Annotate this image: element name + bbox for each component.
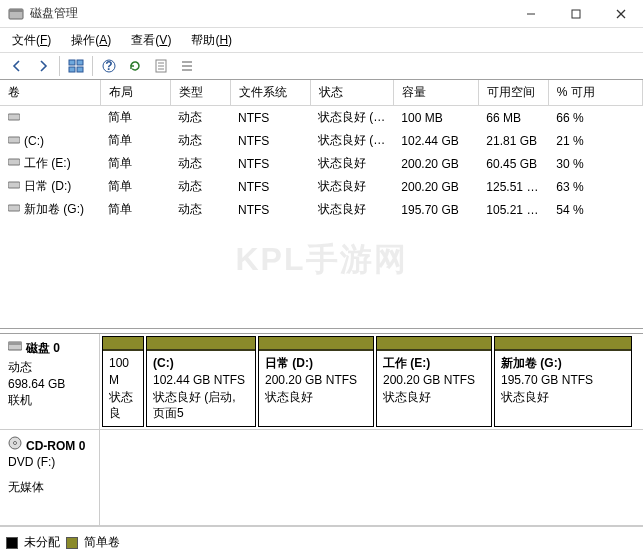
help-button[interactable]: ? (97, 54, 121, 78)
volume-icon (8, 203, 20, 213)
window-title: 磁盘管理 (30, 5, 508, 22)
minimize-button[interactable] (508, 0, 553, 28)
disk-graphic-view: 磁盘 0动态698.64 GB联机100 M状态良(C:)102.44 GB N… (0, 334, 643, 527)
cell-fs: NTFS (230, 198, 310, 221)
table-row[interactable]: 工作 (E:)简单动态NTFS状态良好200.20 GB60.45 GB30 % (0, 152, 643, 175)
partition-size: 102.44 GB NTFS (153, 372, 249, 389)
svg-rect-19 (8, 114, 20, 120)
svg-rect-25 (8, 342, 22, 345)
cell-type: 动态 (170, 175, 230, 198)
partition-header (495, 337, 631, 351)
svg-text:?: ? (105, 59, 112, 73)
partition-status: 状态良好 (启动, 页面5 (153, 389, 249, 423)
col-status[interactable]: 状态 (310, 80, 393, 106)
col-fs[interactable]: 文件系统 (230, 80, 310, 106)
forward-button[interactable] (31, 54, 55, 78)
close-button[interactable] (598, 0, 643, 28)
legend: 未分配 简单卷 (6, 534, 120, 551)
cell-fs: NTFS (230, 152, 310, 175)
legend-label-unallocated: 未分配 (24, 534, 60, 551)
partition-status: 状态良 (109, 389, 137, 423)
table-row[interactable]: 新加卷 (G:)简单动态NTFS状态良好195.70 GB105.21 …54 … (0, 198, 643, 221)
menu-help[interactable]: 帮助(H) (183, 30, 240, 51)
partition-header (259, 337, 373, 351)
disk-row: 磁盘 0动态698.64 GB联机100 M状态良(C:)102.44 GB N… (0, 334, 643, 430)
refresh-button[interactable] (123, 54, 147, 78)
cell-free: 21.81 GB (478, 129, 548, 152)
partition[interactable]: 日常 (D:)200.20 GB NTFS状态良好 (258, 336, 374, 427)
cell-pct: 63 % (548, 175, 642, 198)
col-type[interactable]: 类型 (170, 80, 230, 106)
partition-status: 状态良好 (383, 389, 485, 406)
svg-rect-6 (69, 60, 75, 65)
partition-header (147, 337, 255, 351)
disk-size: 698.64 GB (8, 377, 91, 391)
partition[interactable]: 工作 (E:)200.20 GB NTFS状态良好 (376, 336, 492, 427)
svg-rect-9 (77, 67, 83, 72)
maximize-button[interactable] (553, 0, 598, 28)
cell-type: 动态 (170, 106, 230, 130)
toolbar-separator (92, 56, 93, 76)
col-volume[interactable]: 卷 (0, 80, 100, 106)
partition-size: 100 M (109, 355, 137, 389)
menu-file[interactable]: 文件(F) (4, 30, 59, 51)
cell-layout: 简单 (100, 106, 170, 130)
partition-size: 200.20 GB NTFS (383, 372, 485, 389)
menu-view[interactable]: 查看(V) (123, 30, 179, 51)
table-row[interactable]: 简单动态NTFS状态良好 (…100 MB66 MB66 % (0, 106, 643, 130)
cell-capacity: 200.20 GB (393, 175, 478, 198)
partition[interactable]: 新加卷 (G:)195.70 GB NTFS状态良好 (494, 336, 632, 427)
table-row[interactable]: 日常 (D:)简单动态NTFS状态良好200.20 GB125.51 …63 % (0, 175, 643, 198)
cell-status: 状态良好 (310, 175, 393, 198)
col-layout[interactable]: 布局 (100, 80, 170, 106)
cell-capacity: 200.20 GB (393, 152, 478, 175)
cell-type: 动态 (170, 129, 230, 152)
volume-list: 卷 布局 类型 文件系统 状态 容量 可用空间 % 可用 简单动态NTFS状态良… (0, 80, 643, 328)
cell-free: 125.51 … (478, 175, 548, 198)
cell-free: 66 MB (478, 106, 548, 130)
cell-status: 状态良好 (310, 152, 393, 175)
svg-point-27 (14, 442, 17, 445)
svg-rect-22 (8, 182, 20, 188)
list-button[interactable] (175, 54, 199, 78)
disk-label[interactable]: CD-ROM 0DVD (F:)无媒体 (0, 430, 100, 525)
col-pct[interactable]: % 可用 (548, 80, 642, 106)
volume-name: 日常 (D:) (24, 179, 71, 193)
partition-title: 日常 (D:) (265, 355, 367, 372)
back-button[interactable] (5, 54, 29, 78)
cell-fs: NTFS (230, 106, 310, 130)
volume-icon (8, 112, 20, 122)
col-free[interactable]: 可用空间 (478, 80, 548, 106)
view-options-button[interactable] (64, 54, 88, 78)
svg-rect-7 (77, 60, 83, 65)
partition-status: 状态良好 (265, 389, 367, 406)
partition[interactable]: 100 M状态良 (102, 336, 144, 427)
disk-name: 磁盘 0 (26, 341, 60, 355)
disk-name: CD-ROM 0 (26, 439, 85, 453)
svg-rect-21 (8, 159, 20, 165)
cell-type: 动态 (170, 198, 230, 221)
cell-pct: 30 % (548, 152, 642, 175)
cell-status: 状态良好 (310, 198, 393, 221)
cell-pct: 54 % (548, 198, 642, 221)
cell-layout: 简单 (100, 175, 170, 198)
disk-row: CD-ROM 0DVD (F:)无媒体 (0, 430, 643, 526)
cell-status: 状态良好 (… (310, 129, 393, 152)
disk-icon (8, 340, 22, 352)
cell-layout: 简单 (100, 152, 170, 175)
disk-type: DVD (F:) (8, 455, 91, 469)
volume-name: 新加卷 (G:) (24, 202, 84, 216)
col-capacity[interactable]: 容量 (393, 80, 478, 106)
volume-icon (8, 135, 20, 145)
cell-pct: 21 % (548, 129, 642, 152)
menu-action[interactable]: 操作(A) (63, 30, 119, 51)
cell-capacity: 195.70 GB (393, 198, 478, 221)
properties-button[interactable] (149, 54, 173, 78)
partition-status: 状态良好 (501, 389, 625, 406)
app-icon (8, 6, 24, 22)
cell-status: 状态良好 (… (310, 106, 393, 130)
volume-icon (8, 180, 20, 190)
table-row[interactable]: (C:)简单动态NTFS状态良好 (…102.44 GB21.81 GB21 % (0, 129, 643, 152)
partition[interactable]: (C:)102.44 GB NTFS状态良好 (启动, 页面5 (146, 336, 256, 427)
disk-label[interactable]: 磁盘 0动态698.64 GB联机 (0, 334, 100, 429)
